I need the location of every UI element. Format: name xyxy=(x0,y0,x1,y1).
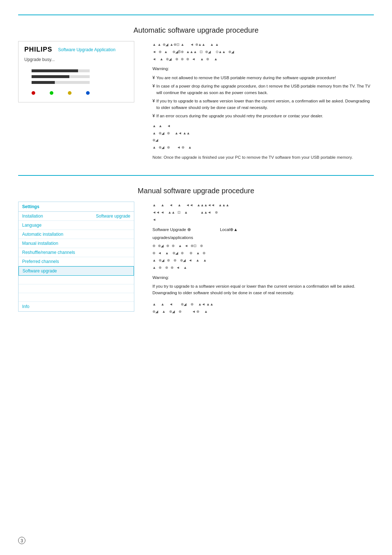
settings-info[interactable]: Info xyxy=(19,302,134,311)
section2-left: Settings Installation Software upgrade L… xyxy=(18,202,142,312)
settings-header: Settings xyxy=(19,202,134,212)
section2-content: Settings Installation Software upgrade L… xyxy=(18,202,374,318)
settings-auto-install-label: Automatic installation xyxy=(19,230,134,239)
settings-manual-install-label: Manual installation xyxy=(19,239,134,248)
philips-app-title: Software Upgrade Application xyxy=(58,47,115,52)
warning-item-3: ¥ If you try to upgrade to a software ve… xyxy=(152,98,374,111)
settings-empty-1 xyxy=(19,276,134,284)
settings-reshuffle-label: Reshuffle/rename channels xyxy=(19,248,134,257)
warning-item-2: ¥ In case of a power drop during the upg… xyxy=(152,83,374,96)
section1-title: Automatic software upgrade procedure xyxy=(18,26,374,35)
settings-empty-2 xyxy=(19,284,134,293)
settings-installation-label: Installation xyxy=(19,212,92,220)
local-label: Local⊕▲ xyxy=(220,226,238,233)
settings-language-label: Language xyxy=(19,221,134,230)
page-number: 3 xyxy=(18,537,25,544)
settings-empty-3 xyxy=(19,293,134,302)
progress-fill-2 xyxy=(32,75,69,78)
philips-upgrade-box: PHILIPS Software Upgrade Application Upg… xyxy=(18,41,134,102)
settings-preferred-label: Preferred channels xyxy=(19,257,134,266)
remote-symbols-top-1: ▲▲⊕◢▲⊕⊡▲ ◄⊕▲▲ ▲▲ ◄ ⊕ ▲ ⊕◢B⊕ ▲▲▲ ⊡ ⊕◢ ⊙▲▲… xyxy=(152,41,374,62)
progress-bars xyxy=(32,69,121,84)
top-rule xyxy=(18,15,374,15)
section1-left: PHILIPS Software Upgrade Application Upg… xyxy=(18,41,142,102)
philips-logo: PHILIPS xyxy=(24,46,52,53)
settings-row-manual-install[interactable]: Manual installation xyxy=(19,239,134,248)
remote-symbols-mid-2: ⊕ ⊕◢ ⊕ ⊕ ▲ ◄ ⊕⊡ ⊕ ⊕ ◄ ▲ ⊕◢ ⊕ ⊕ ▲ ⊕ ▲ ⊕◢ … xyxy=(152,242,374,271)
software-upgrade-local-row: Software Upgrade ⊕ Local⊕▲ xyxy=(152,226,374,233)
page-number-circle: 3 xyxy=(18,537,25,544)
settings-row-software-upgrade[interactable]: Software upgrade xyxy=(19,266,134,276)
settings-row-installation[interactable]: Installation Software upgrade xyxy=(19,212,134,221)
progress-bar-2 xyxy=(32,75,90,78)
dot-green xyxy=(50,91,53,95)
section2-title: Manual software upgrade procedure xyxy=(18,187,374,195)
warning-heading-1: Warning: xyxy=(152,65,374,72)
philips-header: PHILIPS Software Upgrade Application xyxy=(24,46,128,53)
philips-status: Upgrade busy... xyxy=(24,57,128,62)
warning-text-2: If you try to upgrade to a software vers… xyxy=(152,283,374,296)
progress-fill-3 xyxy=(32,81,55,84)
warning-item-4: ¥ If an error occurs during the upgrade … xyxy=(152,113,374,119)
section-rule xyxy=(18,175,374,176)
warning-heading-2: Warning: xyxy=(152,274,374,281)
progress-bar-1 xyxy=(32,69,90,72)
philips-dots xyxy=(24,91,128,95)
progress-bar-3 xyxy=(32,81,90,84)
remote-symbols-bottom-1: ▲ ▲ ◄ ▲ ⊕◢ ⊕ ▲◄ ▲▲ ⊕◢ ▲ ⊕◢ ⊕ ◄ ⊕ ▲ xyxy=(152,122,374,151)
warning-item-1: ¥ You are not allowed to remove the USB … xyxy=(152,74,374,81)
settings-row-preferred[interactable]: Preferred channels xyxy=(19,257,134,266)
settings-software-upgrade-label: Software upgrade xyxy=(92,212,134,220)
settings-sw-upgrade-label: Software upgrade xyxy=(19,267,134,275)
section1-right: ▲▲⊕◢▲⊕⊡▲ ◄⊕▲▲ ▲▲ ◄ ⊕ ▲ ⊕◢B⊕ ▲▲▲ ⊡ ⊕◢ ⊙▲▲… xyxy=(152,41,374,161)
settings-menu-box: Settings Installation Software upgrade L… xyxy=(18,202,134,312)
section1-content: PHILIPS Software Upgrade Application Upg… xyxy=(18,41,374,161)
warning-items: ¥ You are not allowed to remove the USB … xyxy=(152,74,374,119)
dot-yellow xyxy=(68,91,72,95)
settings-row-reshuffle[interactable]: Reshuffle/rename channels xyxy=(19,248,134,257)
upgrades-label: upgrades/applications xyxy=(152,234,374,241)
settings-row-language[interactable]: Language xyxy=(19,221,134,230)
note-text-1: Note: Once the upgrade is finished use y… xyxy=(152,154,374,161)
progress-fill-1 xyxy=(32,69,78,72)
remote-symbols-top-2: ▲ ▲ ◄ ▲ ◄◄ ▲▲▲◄◄ ▲▲▲ ◄◄ ◄ ▲▲ ⊡ ▲ ▲▲◄ ⊕ ◄ xyxy=(152,202,374,223)
section2-right: ▲ ▲ ◄ ▲ ◄◄ ▲▲▲◄◄ ▲▲▲ ◄◄ ◄ ▲▲ ⊡ ▲ ▲▲◄ ⊕ ◄… xyxy=(152,202,374,318)
dot-red xyxy=(32,91,35,95)
dot-blue xyxy=(86,91,90,95)
settings-row-auto-install[interactable]: Automatic installation xyxy=(19,230,134,239)
software-upgrade-label: Software Upgrade ⊕ xyxy=(152,226,191,233)
remote-symbols-bottom-2: ▲ ▲ ◄ ⊕◢ ⊕ ▲◄ ▲▲ ⊕◢ ▲ ⊕◢ ⊕ ◄ ⊕ ▲ xyxy=(152,301,374,315)
